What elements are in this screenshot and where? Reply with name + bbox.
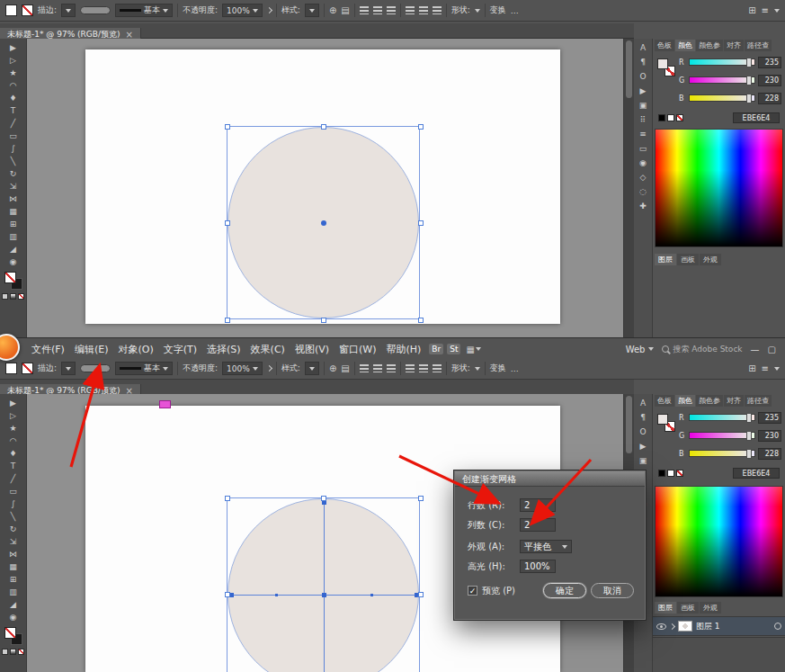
tab-color[interactable]: 颜色 bbox=[675, 395, 695, 407]
scrollbar-thumb[interactable] bbox=[626, 40, 632, 98]
channel-slider[interactable] bbox=[689, 58, 755, 66]
bridge-button[interactable]: Br bbox=[429, 344, 443, 354]
mesh-tool[interactable]: ⊞ bbox=[4, 573, 23, 586]
slider-knob[interactable] bbox=[746, 413, 752, 423]
opacity-panel-chevron-icon[interactable] bbox=[266, 7, 272, 13]
selection-tool[interactable]: ▶ bbox=[4, 397, 23, 409]
chevron-down-icon[interactable] bbox=[774, 367, 780, 371]
chevron-down-icon[interactable] bbox=[475, 367, 480, 371]
type-tool[interactable]: T bbox=[4, 460, 23, 472]
mixer-fill-swatch[interactable] bbox=[657, 414, 668, 425]
opacity-dropdown[interactable]: 100% bbox=[222, 4, 263, 17]
lasso-tool[interactable]: ◠ bbox=[4, 79, 23, 92]
stroke-none-swatch[interactable] bbox=[22, 4, 33, 16]
handle-top-right[interactable] bbox=[418, 124, 424, 130]
none-mode-icon[interactable] bbox=[18, 293, 24, 300]
stroke-none-swatch[interactable] bbox=[22, 363, 33, 374]
gradient-mode-icon[interactable] bbox=[10, 293, 16, 300]
channel-slider[interactable] bbox=[689, 432, 755, 439]
circle-panel-icon[interactable]: ◌ bbox=[639, 188, 647, 196]
tab-artboards[interactable]: 画板 bbox=[677, 602, 699, 614]
artboard-panel-icon[interactable]: ▣ bbox=[639, 457, 647, 465]
actions-panel-icon[interactable]: ▶ bbox=[640, 443, 647, 451]
channel-value[interactable]: 235 bbox=[758, 412, 781, 424]
lasso-tool[interactable]: ◠ bbox=[4, 435, 23, 447]
tab-layers[interactable]: 图层 bbox=[655, 254, 676, 265]
pencil-tool[interactable]: ╲ bbox=[4, 510, 23, 523]
mesh-tool[interactable]: ⊞ bbox=[4, 218, 23, 230]
fill-stroke-swatches[interactable] bbox=[4, 627, 22, 645]
type-tool[interactable]: T bbox=[4, 104, 23, 117]
align-middle-icon[interactable] bbox=[419, 364, 428, 372]
opacity-panel-chevron-icon[interactable] bbox=[266, 365, 272, 372]
selection-bounding-box[interactable] bbox=[227, 497, 420, 672]
handle-top-center[interactable] bbox=[321, 124, 326, 130]
workspace-list-icon[interactable]: ≡ bbox=[762, 363, 769, 373]
align-bottom-icon[interactable] bbox=[433, 6, 442, 14]
menu-view[interactable]: 视图(V) bbox=[290, 341, 334, 358]
tab-appearance[interactable]: 外观 bbox=[700, 254, 721, 265]
globe-icon[interactable]: ⊕ bbox=[329, 363, 336, 373]
expand-chevron-icon[interactable] bbox=[669, 623, 675, 629]
chevron-down-icon[interactable] bbox=[774, 9, 780, 13]
transform-label[interactable]: 变换 bbox=[490, 363, 506, 374]
scrollbar-thumb[interactable] bbox=[626, 396, 632, 453]
preview-checkbox[interactable]: ✓ bbox=[468, 586, 477, 596]
color-spectrum[interactable] bbox=[655, 486, 783, 597]
fill-none-swatch[interactable] bbox=[4, 627, 16, 639]
handle-top-left[interactable] bbox=[225, 124, 230, 130]
fill-stroke-swatches[interactable] bbox=[4, 272, 22, 290]
channel-value[interactable]: 230 bbox=[758, 430, 781, 442]
more-options[interactable]: … bbox=[511, 6, 519, 15]
rotate-tool[interactable]: ↻ bbox=[4, 523, 23, 535]
hex-value-field[interactable]: EBE6E4 bbox=[733, 112, 780, 123]
selection-bounding-box[interactable] bbox=[227, 126, 420, 319]
frame-panel-icon[interactable]: ▭ bbox=[639, 145, 647, 153]
handle-bottom-center[interactable] bbox=[321, 318, 326, 323]
dialog-title-bar[interactable]: 创建渐变网格 bbox=[455, 471, 645, 487]
layer-name[interactable]: 图层 1 bbox=[696, 621, 720, 632]
slider-knob[interactable] bbox=[746, 76, 752, 85]
handle-mid-right[interactable] bbox=[418, 220, 424, 226]
restore-icon[interactable]: ▢ bbox=[768, 345, 776, 354]
none-mode-icon[interactable] bbox=[18, 649, 24, 655]
paragraph-panel-icon[interactable]: ¶ bbox=[640, 58, 646, 67]
align-right-icon[interactable] bbox=[387, 6, 396, 14]
grid-panel-icon[interactable]: ⠿ bbox=[640, 116, 647, 124]
rectangle-tool[interactable]: ▭ bbox=[4, 485, 23, 497]
free-transform-tool[interactable]: ▦ bbox=[4, 560, 23, 573]
menu-effect[interactable]: 效果(C) bbox=[246, 341, 290, 358]
tab-color-guide[interactable]: 颜色参 bbox=[696, 395, 723, 407]
vertical-scrollbar[interactable] bbox=[623, 39, 634, 337]
slider-knob[interactable] bbox=[746, 449, 752, 459]
character-panel-icon[interactable]: A bbox=[640, 399, 646, 408]
align-top-icon[interactable] bbox=[406, 6, 415, 14]
line-tool[interactable]: ╱ bbox=[4, 472, 23, 485]
color-mode-icon[interactable] bbox=[2, 293, 8, 300]
eyedropper-tool[interactable]: ◢ bbox=[4, 243, 23, 255]
shape-panel-icon[interactable]: ◇ bbox=[640, 174, 647, 182]
stock-search[interactable]: 搜索 Adobe Stock bbox=[662, 344, 742, 355]
menu-object[interactable]: 对象(O) bbox=[113, 341, 157, 358]
align-middle-icon[interactable] bbox=[419, 6, 428, 14]
opentype-panel-icon[interactable]: O bbox=[639, 428, 646, 436]
mixer-fill-stroke[interactable] bbox=[657, 414, 675, 432]
white-swatch[interactable] bbox=[667, 114, 674, 121]
style-dropdown[interactable] bbox=[305, 4, 319, 17]
document-setup-icon[interactable]: ▤ bbox=[341, 5, 349, 15]
color-spectrum[interactable] bbox=[655, 129, 783, 247]
handle-top-center[interactable] bbox=[321, 496, 326, 501]
zoom-tool[interactable]: ◉ bbox=[4, 611, 23, 623]
magic-wand-tool[interactable]: ★ bbox=[4, 422, 23, 435]
paintbrush-tool[interactable]: ∫ bbox=[4, 497, 23, 510]
align-bottom-icon[interactable] bbox=[433, 364, 442, 372]
line-tool[interactable]: ╱ bbox=[4, 117, 23, 130]
channel-value[interactable]: 228 bbox=[758, 93, 781, 104]
channel-slider[interactable] bbox=[689, 450, 755, 457]
none-swatch[interactable] bbox=[676, 114, 683, 121]
cancel-button[interactable]: 取消 bbox=[591, 583, 634, 598]
handle-top-right[interactable] bbox=[418, 496, 424, 501]
handle-bottom-left[interactable] bbox=[225, 318, 230, 323]
slider-knob[interactable] bbox=[746, 58, 752, 67]
fill-color-swatch[interactable] bbox=[5, 4, 17, 16]
